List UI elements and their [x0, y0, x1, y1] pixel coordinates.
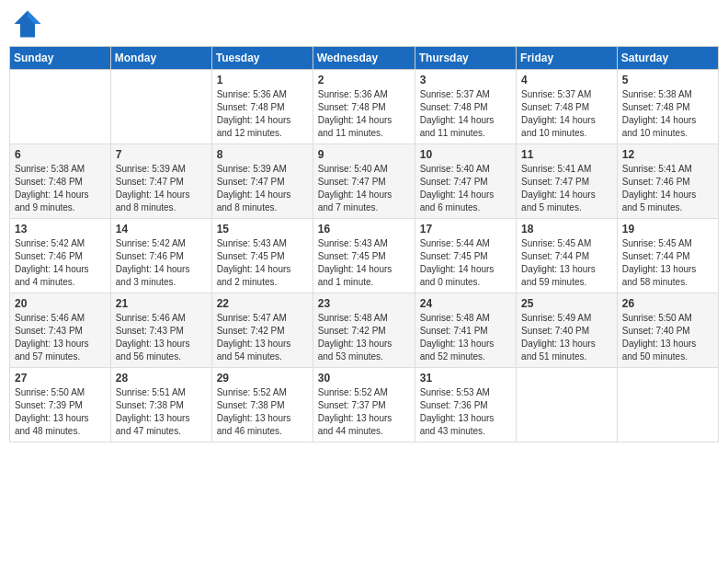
day-number: 14 — [116, 223, 207, 236]
calendar-cell: 14Sunrise: 5:42 AM Sunset: 7:46 PM Dayli… — [110, 219, 211, 293]
day-number: 20 — [15, 297, 106, 310]
calendar-cell: 26Sunrise: 5:50 AM Sunset: 7:40 PM Dayli… — [617, 293, 718, 368]
day-number: 15 — [217, 223, 308, 236]
page-header — [9, 9, 719, 39]
weekday-header-saturday: Saturday — [617, 47, 718, 70]
calendar-cell: 5Sunrise: 5:38 AM Sunset: 7:48 PM Daylig… — [617, 70, 718, 144]
day-number: 9 — [318, 148, 410, 161]
day-info: Sunrise: 5:38 AM Sunset: 7:48 PM Dayligh… — [15, 163, 106, 214]
day-info: Sunrise: 5:45 AM Sunset: 7:44 PM Dayligh… — [521, 237, 612, 289]
calendar-cell: 25Sunrise: 5:49 AM Sunset: 7:40 PM Dayli… — [517, 293, 618, 368]
calendar-cell: 22Sunrise: 5:47 AM Sunset: 7:42 PM Dayli… — [211, 293, 313, 368]
day-info: Sunrise: 5:48 AM Sunset: 7:42 PM Dayligh… — [318, 312, 410, 363]
weekday-header-sunday: Sunday — [10, 47, 111, 70]
day-number: 23 — [318, 297, 410, 310]
day-info: Sunrise: 5:36 AM Sunset: 7:48 PM Dayligh… — [217, 88, 308, 140]
day-number: 3 — [420, 74, 511, 86]
day-number: 28 — [116, 372, 207, 385]
day-number: 29 — [217, 372, 308, 385]
calendar-cell: 18Sunrise: 5:45 AM Sunset: 7:44 PM Dayli… — [517, 219, 618, 293]
day-number: 31 — [420, 372, 511, 385]
day-number: 17 — [420, 223, 511, 236]
day-info: Sunrise: 5:50 AM Sunset: 7:39 PM Dayligh… — [15, 386, 106, 438]
calendar-cell: 16Sunrise: 5:43 AM Sunset: 7:45 PM Dayli… — [313, 219, 415, 293]
weekday-header-friday: Friday — [517, 47, 618, 70]
calendar-cell — [617, 368, 718, 442]
calendar-cell: 29Sunrise: 5:52 AM Sunset: 7:38 PM Dayli… — [211, 368, 313, 442]
calendar-cell — [517, 368, 618, 442]
day-info: Sunrise: 5:39 AM Sunset: 7:47 PM Dayligh… — [116, 163, 207, 214]
day-info: Sunrise: 5:53 AM Sunset: 7:36 PM Dayligh… — [420, 386, 511, 438]
day-info: Sunrise: 5:52 AM Sunset: 7:38 PM Dayligh… — [217, 386, 308, 438]
calendar-cell: 28Sunrise: 5:51 AM Sunset: 7:38 PM Dayli… — [110, 368, 211, 442]
calendar-cell: 13Sunrise: 5:42 AM Sunset: 7:46 PM Dayli… — [10, 219, 111, 293]
day-info: Sunrise: 5:51 AM Sunset: 7:38 PM Dayligh… — [116, 386, 207, 438]
calendar-cell: 20Sunrise: 5:46 AM Sunset: 7:43 PM Dayli… — [10, 293, 111, 368]
day-number: 1 — [217, 74, 308, 86]
weekday-header-monday: Monday — [110, 47, 211, 70]
day-info: Sunrise: 5:42 AM Sunset: 7:46 PM Dayligh… — [116, 237, 207, 289]
calendar-cell: 27Sunrise: 5:50 AM Sunset: 7:39 PM Dayli… — [10, 368, 111, 442]
day-info: Sunrise: 5:46 AM Sunset: 7:43 PM Dayligh… — [116, 312, 207, 363]
calendar-cell: 23Sunrise: 5:48 AM Sunset: 7:42 PM Dayli… — [313, 293, 415, 368]
calendar-cell: 31Sunrise: 5:53 AM Sunset: 7:36 PM Dayli… — [415, 368, 516, 442]
day-number: 27 — [15, 372, 106, 385]
day-info: Sunrise: 5:39 AM Sunset: 7:47 PM Dayligh… — [217, 163, 308, 214]
day-info: Sunrise: 5:43 AM Sunset: 7:45 PM Dayligh… — [217, 237, 308, 289]
logo — [13, 9, 46, 39]
calendar-table: SundayMondayTuesdayWednesdayThursdayFrid… — [9, 46, 719, 442]
day-number: 12 — [622, 148, 713, 161]
day-number: 24 — [420, 297, 511, 310]
weekday-header-wednesday: Wednesday — [313, 47, 415, 70]
day-number: 2 — [318, 74, 410, 86]
day-info: Sunrise: 5:45 AM Sunset: 7:44 PM Dayligh… — [622, 237, 713, 289]
day-number: 19 — [622, 223, 713, 236]
calendar-cell: 7Sunrise: 5:39 AM Sunset: 7:47 PM Daylig… — [110, 144, 211, 219]
day-info: Sunrise: 5:40 AM Sunset: 7:47 PM Dayligh… — [318, 163, 410, 214]
day-info: Sunrise: 5:50 AM Sunset: 7:40 PM Dayligh… — [622, 312, 713, 363]
calendar-cell: 8Sunrise: 5:39 AM Sunset: 7:47 PM Daylig… — [211, 144, 313, 219]
day-number: 10 — [420, 148, 511, 161]
day-info: Sunrise: 5:47 AM Sunset: 7:42 PM Dayligh… — [217, 312, 308, 363]
calendar-cell: 6Sunrise: 5:38 AM Sunset: 7:48 PM Daylig… — [10, 144, 111, 219]
calendar-cell: 1Sunrise: 5:36 AM Sunset: 7:48 PM Daylig… — [211, 70, 313, 144]
day-number: 5 — [622, 74, 713, 86]
day-number: 4 — [521, 74, 612, 86]
day-info: Sunrise: 5:38 AM Sunset: 7:48 PM Dayligh… — [622, 88, 713, 140]
day-number: 8 — [217, 148, 308, 161]
calendar-cell: 11Sunrise: 5:41 AM Sunset: 7:47 PM Dayli… — [517, 144, 618, 219]
day-info: Sunrise: 5:43 AM Sunset: 7:45 PM Dayligh… — [318, 237, 410, 289]
calendar-week-1: 1Sunrise: 5:36 AM Sunset: 7:48 PM Daylig… — [10, 70, 719, 144]
day-number: 7 — [116, 148, 207, 161]
calendar-cell: 4Sunrise: 5:37 AM Sunset: 7:48 PM Daylig… — [517, 70, 618, 144]
calendar-cell: 17Sunrise: 5:44 AM Sunset: 7:45 PM Dayli… — [415, 219, 516, 293]
day-number: 21 — [116, 297, 207, 310]
day-number: 26 — [622, 297, 713, 310]
calendar-cell: 10Sunrise: 5:40 AM Sunset: 7:47 PM Dayli… — [415, 144, 516, 219]
day-number: 18 — [521, 223, 612, 236]
calendar-cell: 2Sunrise: 5:36 AM Sunset: 7:48 PM Daylig… — [313, 70, 415, 144]
calendar-cell — [110, 70, 211, 144]
calendar-cell: 12Sunrise: 5:41 AM Sunset: 7:46 PM Dayli… — [617, 144, 718, 219]
day-info: Sunrise: 5:46 AM Sunset: 7:43 PM Dayligh… — [15, 312, 106, 363]
day-number: 25 — [521, 297, 612, 310]
day-number: 13 — [15, 223, 106, 236]
day-info: Sunrise: 5:49 AM Sunset: 7:40 PM Dayligh… — [521, 312, 612, 363]
calendar-cell: 21Sunrise: 5:46 AM Sunset: 7:43 PM Dayli… — [110, 293, 211, 368]
day-info: Sunrise: 5:37 AM Sunset: 7:48 PM Dayligh… — [521, 88, 612, 140]
day-info: Sunrise: 5:41 AM Sunset: 7:46 PM Dayligh… — [622, 163, 713, 214]
weekday-header-tuesday: Tuesday — [211, 47, 313, 70]
calendar-week-4: 20Sunrise: 5:46 AM Sunset: 7:43 PM Dayli… — [10, 293, 719, 368]
day-info: Sunrise: 5:48 AM Sunset: 7:41 PM Dayligh… — [420, 312, 511, 363]
day-number: 30 — [318, 372, 410, 385]
day-number: 22 — [217, 297, 308, 310]
calendar-cell: 19Sunrise: 5:45 AM Sunset: 7:44 PM Dayli… — [617, 219, 718, 293]
calendar-cell: 3Sunrise: 5:37 AM Sunset: 7:48 PM Daylig… — [415, 70, 516, 144]
weekday-header-thursday: Thursday — [415, 47, 516, 70]
calendar-cell: 24Sunrise: 5:48 AM Sunset: 7:41 PM Dayli… — [415, 293, 516, 368]
calendar-week-3: 13Sunrise: 5:42 AM Sunset: 7:46 PM Dayli… — [10, 219, 719, 293]
day-info: Sunrise: 5:42 AM Sunset: 7:46 PM Dayligh… — [15, 237, 106, 289]
day-info: Sunrise: 5:41 AM Sunset: 7:47 PM Dayligh… — [521, 163, 612, 214]
day-info: Sunrise: 5:52 AM Sunset: 7:37 PM Dayligh… — [318, 386, 410, 438]
calendar-cell — [10, 70, 111, 144]
